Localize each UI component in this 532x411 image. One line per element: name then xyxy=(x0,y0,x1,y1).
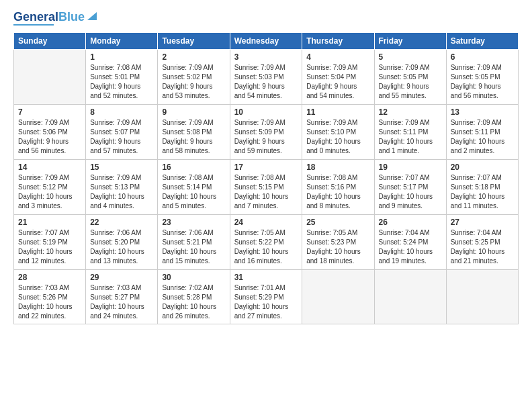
calendar-cell: 3Sunrise: 7:09 AMSunset: 5:03 PMDaylight… xyxy=(230,50,302,105)
calendar-cell: 9Sunrise: 7:09 AMSunset: 5:08 PMDaylight… xyxy=(158,105,230,160)
day-info: Sunrise: 7:09 AMSunset: 5:03 PMDaylight:… xyxy=(234,63,298,101)
calendar-cell: 1Sunrise: 7:08 AMSunset: 5:01 PMDaylight… xyxy=(86,50,158,105)
calendar-header-saturday: Saturday xyxy=(446,33,518,50)
calendar-cell: 31Sunrise: 7:01 AMSunset: 5:29 PMDayligh… xyxy=(230,270,302,324)
logo-line xyxy=(13,24,54,26)
day-number: 8 xyxy=(90,107,153,117)
day-number: 28 xyxy=(18,273,81,282)
calendar-header-tuesday: Tuesday xyxy=(158,33,230,50)
day-info: Sunrise: 7:09 AMSunset: 5:06 PMDaylight:… xyxy=(18,118,81,156)
day-info: Sunrise: 7:08 AMSunset: 5:16 PMDaylight:… xyxy=(306,173,369,211)
day-info: Sunrise: 7:09 AMSunset: 5:09 PMDaylight:… xyxy=(234,118,298,156)
day-number: 5 xyxy=(379,52,442,62)
calendar-cell: 10Sunrise: 7:09 AMSunset: 5:09 PMDayligh… xyxy=(230,105,302,160)
calendar-cell: 28Sunrise: 7:03 AMSunset: 5:26 PMDayligh… xyxy=(14,270,86,324)
calendar-week-3: 14Sunrise: 7:09 AMSunset: 5:12 PMDayligh… xyxy=(14,160,519,215)
calendar-header-monday: Monday xyxy=(86,33,158,50)
day-info: Sunrise: 7:09 AMSunset: 5:08 PMDaylight:… xyxy=(162,118,225,156)
calendar-cell: 27Sunrise: 7:04 AMSunset: 5:25 PMDayligh… xyxy=(446,215,518,270)
day-info: Sunrise: 7:06 AMSunset: 5:20 PMDaylight:… xyxy=(90,228,153,266)
day-info: Sunrise: 7:07 AMSunset: 5:17 PMDaylight:… xyxy=(379,173,442,211)
calendar-cell: 8Sunrise: 7:09 AMSunset: 5:07 PMDaylight… xyxy=(86,105,158,160)
calendar-cell: 11Sunrise: 7:09 AMSunset: 5:10 PMDayligh… xyxy=(302,105,374,160)
day-number: 11 xyxy=(306,107,369,117)
calendar-cell: 19Sunrise: 7:07 AMSunset: 5:17 PMDayligh… xyxy=(374,160,446,215)
calendar-header-wednesday: Wednesday xyxy=(230,33,302,50)
calendar-cell: 29Sunrise: 7:03 AMSunset: 5:27 PMDayligh… xyxy=(86,270,158,324)
day-info: Sunrise: 7:09 AMSunset: 5:10 PMDaylight:… xyxy=(306,118,369,156)
day-info: Sunrise: 7:09 AMSunset: 5:07 PMDaylight:… xyxy=(90,118,153,156)
day-info: Sunrise: 7:09 AMSunset: 5:05 PMDaylight:… xyxy=(379,63,442,101)
calendar-header-thursday: Thursday xyxy=(302,33,374,50)
logo: GeneralBlue xyxy=(13,11,98,26)
day-number: 4 xyxy=(306,52,369,62)
day-info: Sunrise: 7:09 AMSunset: 5:11 PMDaylight:… xyxy=(451,118,514,156)
calendar-cell: 5Sunrise: 7:09 AMSunset: 5:05 PMDaylight… xyxy=(374,50,446,105)
logo-text: GeneralBlue xyxy=(13,11,85,23)
day-number: 7 xyxy=(18,107,81,117)
day-number: 2 xyxy=(162,52,225,62)
calendar-table: SundayMondayTuesdayWednesdayThursdayFrid… xyxy=(13,32,519,324)
day-info: Sunrise: 7:04 AMSunset: 5:25 PMDaylight:… xyxy=(451,228,514,266)
calendar-header-friday: Friday xyxy=(374,33,446,50)
calendar-cell xyxy=(446,270,518,324)
calendar-cell: 4Sunrise: 7:09 AMSunset: 5:04 PMDaylight… xyxy=(302,50,374,105)
day-number: 16 xyxy=(162,163,225,172)
day-number: 22 xyxy=(90,218,153,227)
day-info: Sunrise: 7:01 AMSunset: 5:29 PMDaylight:… xyxy=(234,283,298,321)
calendar-cell: 26Sunrise: 7:04 AMSunset: 5:24 PMDayligh… xyxy=(374,215,446,270)
day-number: 10 xyxy=(234,107,298,117)
calendar-cell: 2Sunrise: 7:09 AMSunset: 5:02 PMDaylight… xyxy=(158,50,230,105)
day-number: 27 xyxy=(451,218,514,227)
day-number: 9 xyxy=(162,107,225,117)
calendar-cell: 7Sunrise: 7:09 AMSunset: 5:06 PMDaylight… xyxy=(14,105,86,160)
day-number: 30 xyxy=(162,273,225,282)
day-info: Sunrise: 7:08 AMSunset: 5:01 PMDaylight:… xyxy=(90,63,153,101)
calendar-week-1: 1Sunrise: 7:08 AMSunset: 5:01 PMDaylight… xyxy=(14,50,519,105)
day-number: 25 xyxy=(306,218,369,227)
day-info: Sunrise: 7:08 AMSunset: 5:15 PMDaylight:… xyxy=(234,173,298,211)
day-number: 21 xyxy=(18,218,81,227)
calendar-cell: 16Sunrise: 7:08 AMSunset: 5:14 PMDayligh… xyxy=(158,160,230,215)
calendar-cell xyxy=(374,270,446,324)
logo-icon xyxy=(86,9,98,21)
day-info: Sunrise: 7:09 AMSunset: 5:05 PMDaylight:… xyxy=(451,63,514,101)
day-info: Sunrise: 7:07 AMSunset: 5:18 PMDaylight:… xyxy=(451,173,514,211)
day-info: Sunrise: 7:08 AMSunset: 5:14 PMDaylight:… xyxy=(162,173,225,211)
day-number: 18 xyxy=(306,163,369,172)
calendar-header-sunday: Sunday xyxy=(14,33,86,50)
calendar-cell xyxy=(302,270,374,324)
day-number: 31 xyxy=(234,273,298,282)
day-number: 20 xyxy=(451,163,514,172)
day-info: Sunrise: 7:07 AMSunset: 5:19 PMDaylight:… xyxy=(18,228,81,266)
page: GeneralBlue SundayMondayTuesdayWednesday… xyxy=(0,0,532,411)
day-info: Sunrise: 7:05 AMSunset: 5:23 PMDaylight:… xyxy=(306,228,369,266)
calendar-cell: 6Sunrise: 7:09 AMSunset: 5:05 PMDaylight… xyxy=(446,50,518,105)
day-number: 13 xyxy=(451,107,514,117)
day-info: Sunrise: 7:06 AMSunset: 5:21 PMDaylight:… xyxy=(162,228,225,266)
day-number: 26 xyxy=(379,218,442,227)
day-info: Sunrise: 7:09 AMSunset: 5:02 PMDaylight:… xyxy=(162,63,225,101)
calendar-cell: 17Sunrise: 7:08 AMSunset: 5:15 PMDayligh… xyxy=(230,160,302,215)
day-info: Sunrise: 7:02 AMSunset: 5:28 PMDaylight:… xyxy=(162,283,225,321)
day-number: 6 xyxy=(451,52,514,62)
day-number: 3 xyxy=(234,52,298,62)
day-number: 1 xyxy=(90,52,153,62)
calendar-cell: 22Sunrise: 7:06 AMSunset: 5:20 PMDayligh… xyxy=(86,215,158,270)
calendar-cell: 15Sunrise: 7:09 AMSunset: 5:13 PMDayligh… xyxy=(86,160,158,215)
calendar-cell: 24Sunrise: 7:05 AMSunset: 5:22 PMDayligh… xyxy=(230,215,302,270)
svg-marker-0 xyxy=(87,12,97,20)
logo-blue: Blue xyxy=(58,10,85,24)
calendar-cell: 13Sunrise: 7:09 AMSunset: 5:11 PMDayligh… xyxy=(446,105,518,160)
calendar-week-4: 21Sunrise: 7:07 AMSunset: 5:19 PMDayligh… xyxy=(14,215,519,270)
calendar-cell: 30Sunrise: 7:02 AMSunset: 5:28 PMDayligh… xyxy=(158,270,230,324)
day-number: 24 xyxy=(234,218,298,227)
day-number: 23 xyxy=(162,218,225,227)
calendar-cell xyxy=(14,50,86,105)
day-info: Sunrise: 7:09 AMSunset: 5:12 PMDaylight:… xyxy=(18,173,81,211)
day-info: Sunrise: 7:09 AMSunset: 5:13 PMDaylight:… xyxy=(90,173,153,211)
calendar-cell: 21Sunrise: 7:07 AMSunset: 5:19 PMDayligh… xyxy=(14,215,86,270)
header: GeneralBlue xyxy=(13,11,519,26)
day-number: 15 xyxy=(90,163,153,172)
calendar-cell: 14Sunrise: 7:09 AMSunset: 5:12 PMDayligh… xyxy=(14,160,86,215)
